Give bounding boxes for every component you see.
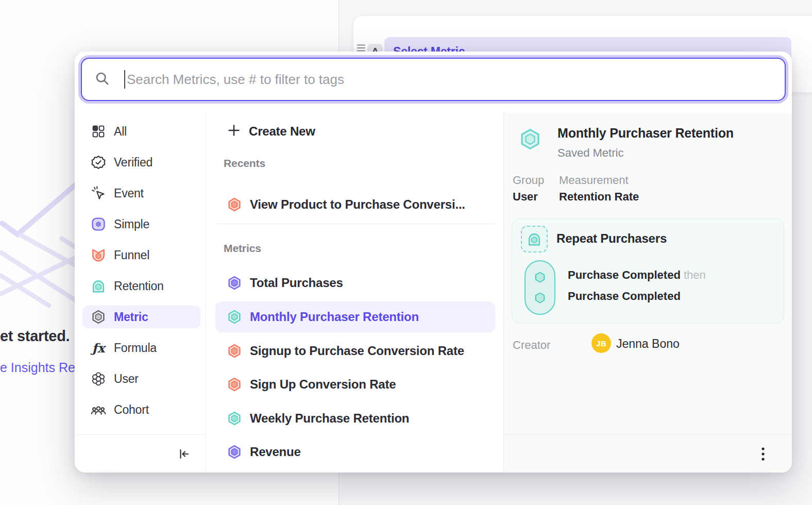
metric-item-weekly-purchase-retention[interactable]: Weekly Purchase Retention [215,403,495,434]
group-label: Group [513,174,544,187]
teal-metric-hexagon-icon-large [518,127,542,153]
metrics-header: Metrics [224,242,261,255]
behavior-step-1: Purchase Completed then [568,268,706,282]
metric-item-revenue[interactable]: Revenue [215,436,495,467]
search-bar [81,58,786,101]
metric-item-label: Total Purchases [250,276,343,290]
purple-metric-hexagon-icon [227,444,242,460]
purple-metric-hexagon-icon [227,275,242,291]
sidebar-item-label: Event [114,187,144,200]
metric-item-label: Weekly Purchase Retention [250,411,409,426]
create-new-button[interactable]: Create New [227,122,315,141]
sidebar-item-label: Metric [114,310,148,324]
measurement-label: Measurement [559,174,629,187]
teal-metric-hexagon-icon [227,411,242,426]
sidebar-item-metric[interactable]: Metric [82,306,200,328]
sidebar-item-event[interactable]: Event [82,182,200,205]
plus-icon [227,123,241,140]
recent-item[interactable]: View Product to Purchase Conversi... [215,189,495,220]
metric-item-signup-to-purchase[interactable]: Signup to Purchase Conversion Rate [215,335,495,366]
sidebar-item-label: All [114,125,127,139]
metric-hexagon-icon [91,309,106,325]
sidebar-item-verified[interactable]: Verified [82,151,200,174]
recents-header: Recents [224,157,265,170]
user-cluster-icon [91,371,106,386]
metric-selector-modal: All Verified Event [75,52,792,473]
creator-name: Jenna Bono [616,337,680,351]
metric-list-panel: Create New Recents View Product to Purch… [206,112,504,473]
teal-metric-hexagon-icon [227,309,242,325]
sidebar-item-formula[interactable]: ƒx Formula [82,336,200,359]
cursor-click-icon [91,186,106,201]
get-started-text: et started. [0,328,70,345]
retention-behavior-icon [521,226,548,252]
sidebar-item-label: Verified [114,156,153,170]
verified-badge-icon [91,155,106,170]
creator-label: Creator [513,339,550,352]
behavior-card: Repeat Purchasers Purchase Completed the… [512,218,784,324]
collapse-sidebar-button[interactable] [175,445,193,463]
event-hexagon-icon [533,291,547,307]
sidebar-item-label: Formula [114,341,157,355]
creator-avatar: JB [591,333,611,353]
sidebar-item-retention[interactable]: Retention [82,275,200,297]
more-options-button[interactable] [754,445,772,463]
filter-sidebar: All Verified Event [75,112,206,473]
step-connector: then [684,268,706,281]
formula-fx-icon: ƒx [91,341,106,356]
kebab-menu-icon [761,447,765,461]
behavior-step-2: Purchase Completed [568,290,681,303]
sidebar-footer [75,434,206,473]
retention-arch-icon [91,278,106,294]
list-divider [215,224,495,224]
sidebar-item-simple[interactable]: Simple [82,213,200,235]
sidebar-item-label: Retention [114,279,164,293]
sidebar-item-label: Simple [114,217,149,231]
funnel-hexagon-icon [91,247,106,263]
recent-item-label: View Product to Purchase Conversi... [250,197,465,212]
detail-subtitle: Saved Metric [557,146,623,160]
coral-metric-hexagon-icon [227,377,242,392]
funnel-metric-hexagon-icon [227,197,242,212]
measurement-value: Retention Rate [559,190,639,204]
metric-item-monthly-purchaser-retention[interactable]: Monthly Purchaser Retention [215,301,495,332]
coral-metric-hexagon-icon [227,343,242,359]
event-hexagon-icon [533,271,547,286]
group-value: User [513,190,538,204]
grid-icon [91,124,106,139]
insights-report-link[interactable]: e Insights Re [0,360,75,375]
sidebar-item-label: Cohort [114,403,149,417]
collapse-left-icon [177,447,191,461]
metric-item-label: Revenue [250,445,301,459]
modal-columns: All Verified Event [75,112,792,473]
sidebar-item-funnel[interactable]: Funnel [82,244,200,266]
metric-selector-screen: et started. e Insights Re A Select Metri… [0,0,812,505]
simple-hexagon-icon [91,216,106,232]
sidebar-item-user[interactable]: User [82,367,200,390]
sidebar-item-label: User [114,372,139,386]
metric-item-total-purchases[interactable]: Total Purchases [215,267,495,298]
metric-detail-panel: Monthly Purchaser Retention Saved Metric… [504,112,792,473]
search-icon [94,71,110,88]
cohort-people-icon [91,402,106,417]
sidebar-item-cohort[interactable]: Cohort [82,398,200,421]
metric-item-sign-up-conversion[interactable]: Sign Up Conversion Rate [215,369,495,400]
metric-item-label: Sign Up Conversion Rate [250,377,396,392]
search-input[interactable] [127,72,785,88]
create-new-label: Create New [249,124,315,139]
detail-title: Monthly Purchaser Retention [557,126,734,141]
metric-item-label: Monthly Purchaser Retention [250,310,419,324]
event-sequence-capsule [525,260,555,315]
text-cursor [124,70,125,89]
detail-footer [504,434,792,473]
sidebar-item-all[interactable]: All [82,120,200,143]
metric-item-label: Signup to Purchase Conversion Rate [250,344,464,358]
sidebar-item-label: Funnel [114,248,149,262]
behavior-name: Repeat Purchasers [556,231,667,246]
